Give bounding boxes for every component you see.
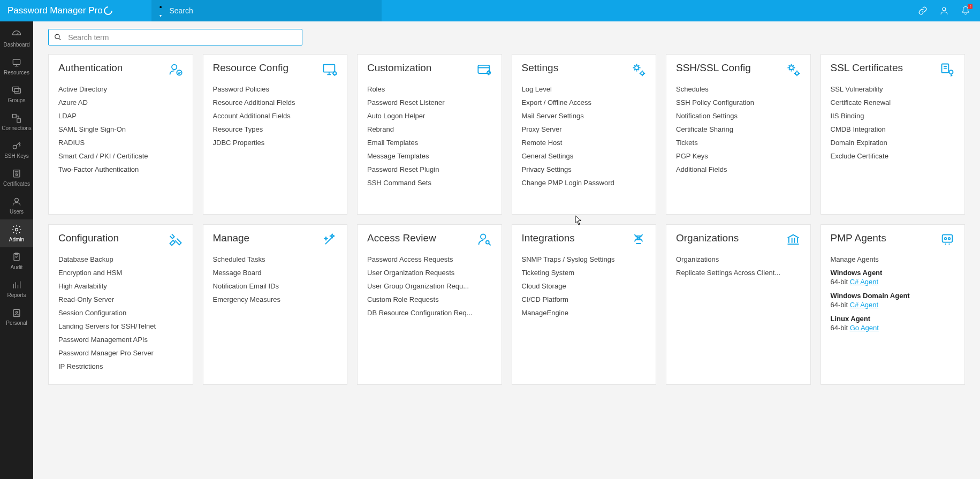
card-item[interactable]: Certificate Sharing — [676, 123, 801, 136]
admin-search[interactable] — [48, 29, 302, 45]
card-item[interactable]: LDAP — [58, 109, 183, 123]
card-item[interactable]: Auto Logon Helper — [367, 109, 492, 123]
link-icon[interactable] — [918, 6, 928, 16]
manage-agents-link[interactable]: Manage Agents — [831, 253, 955, 266]
card-item[interactable]: SSH Command Sets — [367, 176, 492, 189]
card-item[interactable]: Database Backup — [58, 253, 183, 266]
user-icon[interactable] — [939, 6, 949, 16]
sidebar-item-users[interactable]: Users — [0, 192, 33, 219]
card-item[interactable]: Roles — [367, 82, 492, 96]
admin-icon — [11, 224, 22, 235]
card-item[interactable]: Domain Expiration — [831, 136, 955, 149]
card-item[interactable]: RADIUS — [58, 136, 183, 149]
card-item[interactable]: Custom Role Requests — [367, 293, 492, 306]
card-item[interactable]: Organizations — [676, 253, 801, 266]
card-item[interactable]: Active Directory — [58, 82, 183, 96]
sidebar-item-personal[interactable]: Personal — [0, 303, 33, 331]
card-item[interactable]: High Availability — [58, 279, 183, 293]
svg-line-1 — [162, 7, 163, 9]
sidebar-item-sshkeys[interactable]: SSH Keys — [0, 136, 33, 164]
agent-download-link[interactable]: C# Agent — [850, 278, 879, 286]
card-item[interactable]: Notification Settings — [676, 109, 801, 123]
card-item[interactable]: IIS Binding — [831, 109, 955, 123]
card-item[interactable]: Resource Additional Fields — [213, 96, 338, 109]
card-item[interactable]: Notification Email IDs — [213, 279, 338, 293]
card-item[interactable]: Exclude Certificate — [831, 149, 955, 163]
card-item[interactable]: Cloud Storage — [522, 279, 647, 293]
card-item[interactable]: User Group Organization Requ... — [367, 279, 492, 293]
sidebar-item-label: Connections — [2, 125, 32, 131]
card-item[interactable]: PGP Keys — [676, 149, 801, 163]
card-item[interactable]: Ticketing System — [522, 266, 647, 279]
card-item[interactable]: Email Templates — [367, 136, 492, 149]
card-item[interactable]: Message Templates — [367, 149, 492, 163]
cert-key-icon — [940, 62, 955, 77]
bell-icon[interactable]: ! — [961, 6, 970, 16]
card-item[interactable]: Message Board — [213, 266, 338, 279]
card-title: Authentication — [58, 62, 123, 74]
card-item[interactable]: Smart Card / PKI / Certificate — [58, 149, 183, 163]
card-item[interactable]: General Settings — [522, 149, 647, 163]
sidebar-item-resources[interactable]: Resources — [0, 52, 33, 80]
card-item[interactable]: Password Reset Listener — [367, 96, 492, 109]
agent-download-link[interactable]: Go Agent — [850, 324, 879, 332]
card-item[interactable]: Resource Types — [213, 123, 338, 136]
sidebar-item-connections[interactable]: Connections — [0, 108, 33, 136]
card-item[interactable]: Password Policies — [213, 82, 338, 96]
card-sshssl: SSH/SSL ConfigSchedulesSSH Policy Config… — [666, 54, 811, 215]
card-item[interactable]: Export / Offline Access — [522, 96, 647, 109]
card-item[interactable]: Encryption and HSM — [58, 266, 183, 279]
card-item[interactable]: Change PMP Login Password — [522, 176, 647, 189]
card-item[interactable]: Password Access Requests — [367, 253, 492, 266]
agent-download-link[interactable]: C# Agent — [850, 301, 879, 309]
card-title: Customization — [367, 62, 431, 74]
card-item[interactable]: Privacy Settings — [522, 163, 647, 176]
sidebar-item-certificates[interactable]: Certificates — [0, 164, 33, 192]
card-item[interactable]: Certificate Renewal — [831, 96, 955, 109]
card-item[interactable]: Replicate Settings Across Client... — [676, 266, 801, 279]
card-item[interactable]: SSH Policy Configuration — [676, 96, 801, 109]
card-item[interactable]: Landing Servers for SSH/Telnet — [58, 320, 183, 333]
card-item[interactable]: Schedules — [676, 82, 801, 96]
card-item[interactable]: Session Configuration — [58, 306, 183, 320]
card-item[interactable]: User Organization Requests — [367, 266, 492, 279]
global-search-input[interactable] — [170, 6, 375, 15]
card-item[interactable]: Scheduled Tasks — [213, 253, 338, 266]
sidebar-item-admin[interactable]: Admin — [0, 219, 33, 247]
admin-search-input[interactable] — [68, 33, 297, 42]
card-item[interactable]: SNMP Traps / Syslog Settings — [522, 253, 647, 266]
card-item[interactable]: Mail Server Settings — [522, 109, 647, 123]
card-item[interactable]: DB Resource Configuration Req... — [367, 306, 492, 320]
sidebar-item-audit[interactable]: Audit — [0, 247, 33, 275]
sidebar-item-groups[interactable]: Groups — [0, 80, 33, 108]
user-key-icon — [477, 232, 492, 247]
svg-line-18 — [59, 39, 60, 40]
card-item[interactable]: Remote Host — [522, 136, 647, 149]
card-item[interactable]: ManageEngine — [522, 306, 647, 320]
card-item[interactable]: CI/CD Platform — [522, 293, 647, 306]
card-item[interactable]: Azure AD — [58, 96, 183, 109]
svg-rect-33 — [943, 235, 953, 242]
card-agents: PMP AgentsManage AgentsWindows Agent64-b… — [821, 224, 966, 385]
card-item[interactable]: IP Restrictions — [58, 360, 183, 373]
card-item[interactable]: Proxy Server — [522, 123, 647, 136]
card-item[interactable]: Additional Fields — [676, 163, 801, 176]
card-title: Integrations — [522, 232, 575, 244]
card-item[interactable]: Password Reset Plugin — [367, 163, 492, 176]
card-item[interactable]: Rebrand — [367, 123, 492, 136]
sidebar-item-reports[interactable]: Reports — [0, 275, 33, 303]
card-item[interactable]: JDBC Properties — [213, 136, 338, 149]
card-item[interactable]: Password Manager Pro Server — [58, 346, 183, 360]
card-item[interactable]: Password Management APIs — [58, 333, 183, 346]
card-item[interactable]: Log Level — [522, 82, 647, 96]
sidebar-item-dashboard[interactable]: Dashboard — [0, 25, 33, 52]
global-search[interactable] — [151, 0, 382, 21]
card-item[interactable]: Read-Only Server — [58, 293, 183, 306]
card-item[interactable]: SSL Vulnerability — [831, 82, 955, 96]
card-item[interactable]: Tickets — [676, 136, 801, 149]
card-item[interactable]: Account Additional Fields — [213, 109, 338, 123]
card-item[interactable]: Two-Factor Authentication — [58, 163, 183, 176]
card-item[interactable]: SAML Single Sign-On — [58, 123, 183, 136]
card-item[interactable]: CMDB Integration — [831, 123, 955, 136]
card-item[interactable]: Emergency Measures — [213, 293, 338, 306]
